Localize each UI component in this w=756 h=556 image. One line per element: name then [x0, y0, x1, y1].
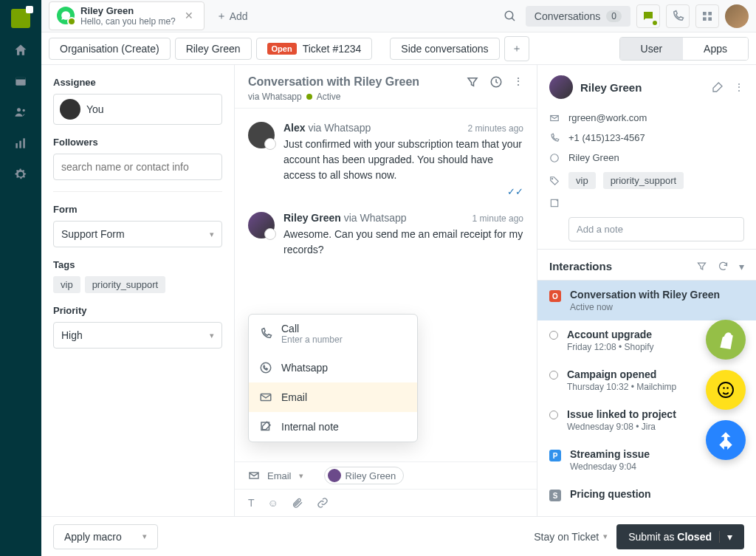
breadcrumb-ticket[interactable]: Open Ticket #1234	[256, 38, 373, 60]
svg-rect-11	[703, 17, 707, 21]
breadcrumb-org[interactable]: Organisation (Create)	[49, 38, 171, 60]
stay-on-ticket-button[interactable]: Stay on Ticket ▾	[534, 531, 608, 543]
filter-icon[interactable]	[696, 261, 707, 272]
svg-rect-12	[708, 17, 712, 21]
requester-whatsapp[interactable]: Riley Green	[568, 152, 619, 163]
priority-select[interactable]: High ▾	[53, 322, 222, 349]
chevron-down-icon: ▾	[210, 331, 214, 340]
tag-icon	[549, 176, 561, 186]
tag-chip[interactable]: priority_support	[85, 276, 166, 293]
requester-phone[interactable]: +1 (415)123-4567	[568, 132, 645, 143]
conversations-button[interactable]: Conversations 0	[526, 6, 630, 27]
status-badge: P	[549, 450, 561, 461]
svg-rect-6	[23, 138, 25, 148]
svg-point-20	[552, 178, 553, 179]
svg-rect-4	[16, 143, 18, 148]
call-status-icon[interactable]	[666, 4, 690, 28]
chevron-down-icon[interactable]: ▾	[719, 531, 732, 543]
integration-fabs	[706, 320, 746, 460]
more-icon[interactable]: ⋮	[513, 75, 523, 89]
chat-status-icon[interactable]	[636, 4, 660, 28]
composer-channel[interactable]: Email	[267, 470, 292, 481]
context-bar: Organisation (Create) Riley Green Open T…	[41, 32, 756, 65]
composer-header: Email ▾ Riley Green	[235, 461, 537, 489]
assignee-picker[interactable]: You	[53, 94, 222, 125]
shopify-fab[interactable]	[706, 320, 746, 360]
email-icon	[259, 391, 272, 404]
recipient-avatar	[328, 469, 341, 482]
emoji-icon[interactable]: ☺	[268, 497, 278, 509]
text-format-icon[interactable]: T	[248, 497, 255, 509]
tag-chip[interactable]: priority_support	[603, 172, 684, 189]
close-icon[interactable]: ✕	[182, 10, 196, 21]
customers-icon[interactable]	[12, 103, 30, 121]
interaction-item[interactable]: O Conversation with Riley GreenActive no…	[537, 281, 756, 320]
followers-input[interactable]	[53, 154, 222, 180]
message-time: 1 minute ago	[472, 213, 523, 224]
context-panel-toggle: User Apps	[619, 37, 749, 61]
filter-icon[interactable]	[466, 75, 479, 89]
seg-user[interactable]: User	[620, 38, 684, 60]
reporting-icon[interactable]	[12, 134, 30, 152]
message: Alex via Whatsapp 2 minutes ago Just con…	[235, 114, 537, 205]
channel-whatsapp[interactable]: Whatsapp	[249, 353, 417, 382]
interaction-item[interactable]: S Pricing question	[537, 480, 756, 509]
svg-point-2	[17, 108, 21, 111]
apply-macro-button[interactable]: Apply macro ▾	[53, 524, 158, 549]
submit-button[interactable]: Submit as Closed ▾	[616, 524, 744, 549]
phone-icon	[259, 327, 272, 340]
message: Riley Green via Whatsapp 1 minute ago Aw…	[235, 205, 537, 265]
conversation-title: Conversation with Riley Green	[248, 75, 419, 89]
followers-label: Followers	[53, 137, 222, 148]
side-conversations-button[interactable]: Side conversations	[390, 38, 499, 60]
chevron-down-icon[interactable]: ▾	[299, 471, 303, 481]
message-text: Awesome. Can you send me an email receip…	[284, 227, 523, 258]
attachment-icon[interactable]	[292, 497, 303, 509]
whatsapp-icon	[57, 7, 75, 24]
channel-internal-note[interactable]: Internal note	[249, 412, 417, 442]
workspace-tab[interactable]: Riley Green Hello, can you help me? ✕	[49, 1, 205, 31]
add-tab-button[interactable]: ＋ Add	[210, 10, 254, 23]
composer-toolbar: T ☺	[235, 489, 537, 516]
seg-apps[interactable]: Apps	[683, 38, 748, 60]
jira-fab[interactable]	[706, 420, 746, 460]
tag-chip[interactable]: vip	[568, 172, 596, 189]
apps-grid-icon[interactable]	[695, 4, 719, 28]
tags-field[interactable]: vip priority_support	[53, 276, 222, 293]
channel-email[interactable]: Email	[249, 382, 417, 412]
form-select[interactable]: Support Form ▾	[53, 221, 222, 247]
svg-point-19	[551, 154, 559, 162]
home-icon[interactable]	[12, 41, 30, 59]
message-text: Just confirmed with your subscription te…	[284, 137, 523, 183]
tab-title: Riley Green	[80, 5, 176, 17]
messages-list: Alex via Whatsapp 2 minutes ago Just con…	[235, 109, 537, 461]
add-note-input[interactable]: Add a note	[568, 217, 744, 241]
views-icon[interactable]	[12, 72, 30, 90]
user-avatar[interactable]	[725, 4, 749, 28]
mailchimp-fab[interactable]	[706, 370, 746, 410]
channel-call[interactable]: Call Enter a number	[249, 315, 417, 353]
tag-chip[interactable]: vip	[53, 276, 80, 293]
breadcrumb-requester[interactable]: Riley Green	[175, 38, 252, 60]
sender-avatar	[248, 122, 275, 148]
note-icon	[549, 198, 561, 208]
refresh-icon[interactable]	[718, 261, 729, 272]
brand-logo[interactable]	[11, 9, 30, 28]
search-icon[interactable]	[501, 7, 520, 26]
settings-icon[interactable]	[12, 165, 30, 183]
email-icon	[248, 470, 260, 481]
link-icon[interactable]	[317, 497, 329, 509]
recipient-chip[interactable]: Riley Green	[324, 467, 405, 484]
requester-email[interactable]: rgreen@work.com	[568, 112, 647, 123]
history-icon[interactable]	[489, 75, 503, 89]
add-side-conversation[interactable]: ＋	[504, 36, 529, 61]
conversation-via: via Whatsapp	[248, 92, 302, 102]
svg-point-14	[261, 363, 271, 373]
edit-icon[interactable]	[712, 81, 724, 93]
conversation-panel: Conversation with Riley Green via Whatsa…	[235, 65, 537, 516]
chevron-down-icon: ▾	[142, 532, 147, 541]
priority-label: Priority	[53, 305, 222, 316]
svg-point-24	[726, 387, 729, 389]
chevron-down-icon[interactable]: ▾	[739, 261, 744, 272]
more-icon[interactable]: ⋮	[734, 81, 744, 93]
